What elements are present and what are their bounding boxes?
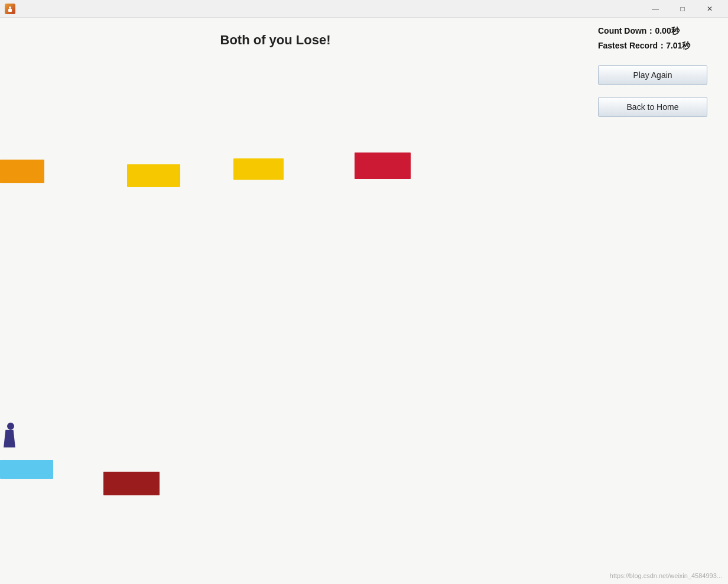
fastest-record-label: Fastest Record： xyxy=(598,41,666,50)
countdown-value: 0.00秒 xyxy=(655,26,679,35)
sidebar: Count Down：0.00秒 Fastest Record：7.01秒 Pl… xyxy=(598,24,722,129)
game-title: Both of you Lose! xyxy=(0,33,551,48)
game-area: Both of you Lose! Count Down：0.00秒 Faste… xyxy=(0,18,728,584)
maximize-button[interactable]: □ xyxy=(669,0,696,18)
play-again-button[interactable]: Play Again xyxy=(598,65,707,85)
title-bar-controls: — □ ✕ xyxy=(642,0,723,18)
countdown-row: Count Down：0.00秒 xyxy=(598,24,722,38)
back-to-home-button[interactable]: Back to Home xyxy=(598,97,707,117)
obstacle-block-block4 xyxy=(355,153,411,179)
obstacle-block-block6 xyxy=(103,472,160,495)
minimize-button[interactable]: — xyxy=(642,0,669,18)
player-body xyxy=(3,423,16,447)
obstacle-block-block2 xyxy=(127,164,180,187)
obstacle-block-block1 xyxy=(0,160,44,183)
obstacle-block-block5 xyxy=(0,460,53,479)
countdown-label: Count Down： xyxy=(598,26,655,35)
fastest-record-value: 7.01秒 xyxy=(666,41,690,50)
close-button[interactable]: ✕ xyxy=(696,0,723,18)
title-bar: — □ ✕ xyxy=(0,0,728,18)
player-torso xyxy=(3,430,16,447)
svg-point-0 xyxy=(9,7,11,9)
svg-rect-1 xyxy=(8,9,12,12)
obstacle-block-block3 xyxy=(233,158,284,180)
app-icon xyxy=(5,4,15,14)
watermark: https://blog.csdn.net/weixin_4584993... xyxy=(610,572,722,579)
player-character xyxy=(3,423,16,447)
fastest-record-row: Fastest Record：7.01秒 xyxy=(598,38,722,53)
player-head xyxy=(7,423,14,430)
stats-panel: Count Down：0.00秒 Fastest Record：7.01秒 xyxy=(598,24,722,53)
